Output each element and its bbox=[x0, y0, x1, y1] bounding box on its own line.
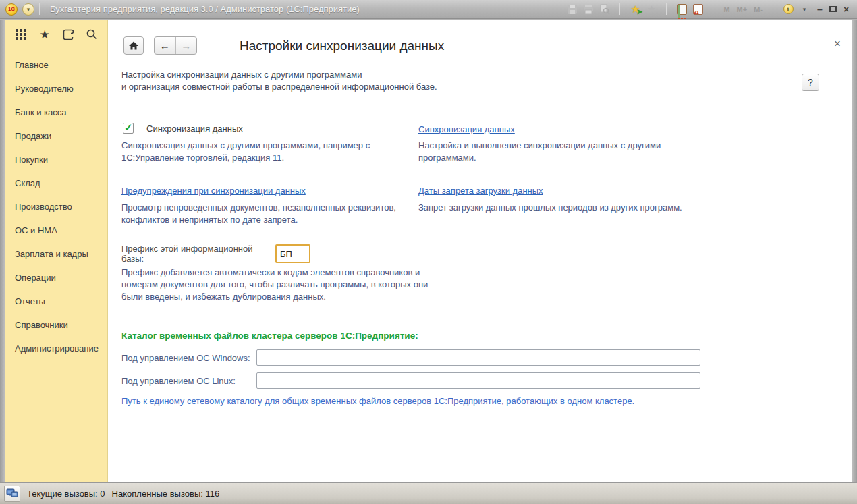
prefix-label: Префикс этой информационной базы: bbox=[121, 244, 275, 264]
main-area: ★ Главное Руководителю Банк и касса Прод… bbox=[0, 20, 857, 482]
help-button[interactable]: ? bbox=[802, 74, 819, 91]
calculator-icon[interactable] bbox=[675, 3, 688, 16]
chevron-down-icon: ▾ bbox=[27, 6, 30, 13]
window-frame-left bbox=[0, 20, 5, 482]
sidebar-item-sklad[interactable]: Склад bbox=[5, 171, 107, 195]
home-button[interactable] bbox=[123, 36, 144, 55]
close-form-icon[interactable]: × bbox=[834, 38, 841, 49]
calendar-icon[interactable]: 31 bbox=[692, 3, 704, 16]
home-icon bbox=[128, 40, 139, 51]
sidebar-item-os-i-nma[interactable]: ОС и НМА bbox=[5, 219, 107, 242]
sync-link-description: Настройка и выполнение синхронизации дан… bbox=[418, 140, 667, 164]
favorites-icon: ★ bbox=[645, 3, 657, 16]
form-content: ← → Настройки синхронизации данных × Нас… bbox=[108, 20, 852, 482]
sync-checkbox[interactable]: ✓ bbox=[123, 123, 134, 134]
windows-path-label: Под управлением ОС Windows: bbox=[121, 353, 256, 363]
forward-button[interactable]: → bbox=[176, 37, 197, 54]
back-button[interactable]: ← bbox=[155, 37, 176, 54]
sidebar-item-operacii[interactable]: Операции bbox=[5, 266, 107, 289]
arrow-left-icon: ← bbox=[160, 40, 170, 51]
favorites-star-icon[interactable]: ★ bbox=[37, 27, 52, 42]
restrict-dates-link[interactable]: Даты запрета загрузки данных bbox=[418, 186, 543, 196]
history-icon[interactable] bbox=[61, 27, 76, 42]
cluster-section-header: Каталог временных файлов кластера сервер… bbox=[121, 331, 418, 341]
green-arrow-icon: ➤ bbox=[637, 9, 642, 16]
memory-plus-button: M+ bbox=[736, 5, 749, 13]
add-favorite-icon[interactable]: ★➤ bbox=[629, 3, 641, 16]
memory-minus-button: M- bbox=[752, 5, 764, 13]
sidebar-item-bank-i-kassa[interactable]: Банк и касса bbox=[5, 101, 107, 124]
save-icon bbox=[566, 3, 578, 16]
sidebar-item-pokupki[interactable]: Покупки bbox=[5, 148, 107, 171]
sidebar-item-zarplata-i-kadry[interactable]: Зарплата и кадры bbox=[5, 242, 107, 266]
sync-checkbox-row: ✓ Синхронизация данных bbox=[123, 123, 243, 134]
separator bbox=[773, 3, 773, 15]
minimize-button[interactable]: – bbox=[814, 4, 825, 15]
titlebar: 1С ▾ Бухгалтерия предприятия, редакция 3… bbox=[0, 0, 857, 19]
statusbar: Текущие вызовы: 0 Накопленные вызовы: 11… bbox=[0, 482, 857, 504]
menu-grid-icon[interactable] bbox=[13, 27, 28, 42]
check-icon: ✓ bbox=[124, 121, 133, 134]
window-title: Бухгалтерия предприятия, редакция 3.0 / … bbox=[50, 4, 360, 14]
sidebar-item-glavnoe[interactable]: Главное bbox=[5, 53, 107, 77]
search-icon[interactable] bbox=[84, 27, 99, 42]
windows-path-row: Под управлением ОС Windows: bbox=[121, 349, 700, 366]
sidebar-item-otchety[interactable]: Отчеты bbox=[5, 289, 107, 313]
memory-recall-button: M bbox=[722, 5, 731, 13]
window-frame-right bbox=[852, 20, 857, 482]
info-dropdown-icon[interactable]: ▾ bbox=[798, 3, 810, 16]
sidebar-item-proizvodstvo[interactable]: Производство bbox=[5, 195, 107, 219]
separator bbox=[713, 3, 713, 15]
separator bbox=[619, 3, 620, 15]
application-window: 1С ▾ Бухгалтерия предприятия, редакция 3… bbox=[0, 0, 857, 504]
print-icon bbox=[582, 3, 595, 16]
sidebar-item-administrirovanie[interactable]: Администрирование bbox=[5, 337, 107, 360]
prefix-description: Префикс добавляется автоматически к кода… bbox=[121, 267, 428, 303]
current-calls: Текущие вызовы: 0 bbox=[27, 488, 105, 499]
monitors-icon bbox=[6, 488, 18, 499]
sync-settings-link[interactable]: Синхронизация данных bbox=[418, 124, 515, 134]
sidebar-item-spravochniki[interactable]: Справочники bbox=[5, 313, 107, 337]
linux-path-label: Под управлением ОС Linux: bbox=[121, 376, 256, 386]
close-window-button[interactable]: × bbox=[841, 4, 852, 15]
accumulated-calls-value: 116 bbox=[205, 488, 219, 499]
windows-path-input[interactable] bbox=[256, 349, 700, 366]
sections-panel: ★ Главное Руководителю Банк и касса Прод… bbox=[5, 20, 108, 482]
main-menu-button[interactable]: ▾ bbox=[22, 3, 34, 16]
separator bbox=[666, 3, 667, 15]
cluster-note: Путь к единому сетевому каталогу для общ… bbox=[121, 396, 634, 406]
server-calls-button[interactable] bbox=[4, 486, 20, 502]
arrow-right-icon: → bbox=[181, 40, 191, 51]
sections-list: Главное Руководителю Банк и касса Продаж… bbox=[5, 49, 107, 360]
sync-checkbox-description: Синхронизация данных с другими программа… bbox=[121, 140, 426, 164]
history-nav-group: ← → bbox=[154, 36, 197, 55]
linux-path-row: Под управлением ОС Linux: bbox=[121, 372, 700, 389]
current-calls-value: 0 bbox=[100, 488, 105, 499]
print-preview-icon bbox=[599, 3, 611, 16]
sync-warnings-link[interactable]: Предупреждения при синхронизации данных bbox=[121, 186, 306, 196]
accumulated-calls: Накопленные вызовы: 116 bbox=[112, 488, 220, 499]
1c-logo-icon: 1С bbox=[5, 3, 18, 16]
sidebar-item-rukovoditelyu[interactable]: Руководителю bbox=[5, 77, 107, 101]
page-description: Настройка синхронизации данных с другими… bbox=[121, 69, 437, 93]
restrict-dates-description: Запрет загрузки данных прошлых периодов … bbox=[418, 202, 722, 214]
titlebar-toolbar: ★➤ ★ 31 M M+ M- i ▾ – × bbox=[566, 3, 852, 16]
sync-checkbox-label: Синхронизация данных bbox=[146, 123, 243, 134]
prefix-row: Префикс этой информационной базы: bbox=[121, 244, 310, 264]
linux-path-input[interactable] bbox=[256, 372, 700, 389]
sync-warnings-description: Просмотр непроведенных документов, незап… bbox=[121, 202, 437, 226]
sidebar-item-prodazhi[interactable]: Продажи bbox=[5, 124, 107, 148]
prefix-input[interactable] bbox=[275, 244, 310, 263]
maximize-button[interactable] bbox=[829, 6, 837, 12]
page-title: Настройки синхронизации данных bbox=[240, 38, 444, 53]
info-icon[interactable]: i bbox=[782, 3, 794, 16]
sidebar-toolbar: ★ bbox=[5, 20, 107, 49]
separator bbox=[39, 3, 40, 15]
